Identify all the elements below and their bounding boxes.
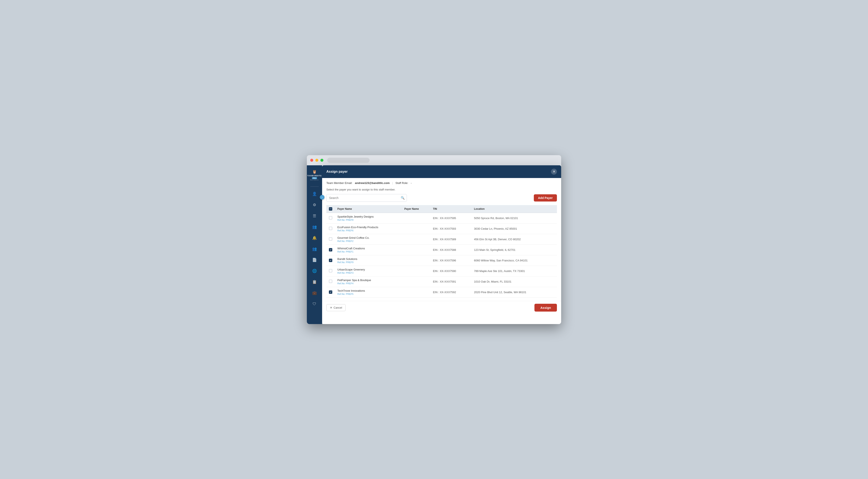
logo-owl-icon: 🦉 — [312, 170, 317, 174]
table-header-row: Payer Name Payer Name TIN Location — [327, 205, 557, 213]
payer-name-text: EcoFusion Eco-Friendly Products — [337, 226, 399, 229]
table-row: UrbanScape Greenery Ref.No: PREF3 EIN : … — [327, 266, 557, 276]
payer-name-text: UrbanScape Greenery — [337, 268, 399, 271]
table-row: EcoFusion Eco-Friendly Products Ref.No: … — [327, 223, 557, 234]
modal-header: Assign payer ✕ — [322, 165, 561, 178]
logo-sandbox-text: Sandbox — [310, 179, 319, 180]
row-checkbox-6[interactable] — [329, 280, 332, 283]
sidebar-item-document[interactable]: 📄 — [310, 255, 319, 265]
sidebar-item-people[interactable]: 👥 — [310, 222, 319, 232]
row-payer-name-col2 — [402, 234, 430, 244]
row-checkbox-2[interactable] — [329, 237, 332, 241]
row-checkbox-1[interactable] — [329, 227, 332, 230]
sidebar-item-team[interactable]: 👥 — [310, 244, 319, 253]
table-row: TechTrove Innovations Ref.No: PREF5 EIN … — [327, 287, 557, 297]
browser-close-dot[interactable] — [310, 159, 313, 162]
sidebar: 🦉 TAXBANDITS PRO Sandbox 👤 ⚙ ☰ 👥 🔔 👥 📄 🌐… — [307, 165, 322, 324]
row-payer-name: UrbanScape Greenery Ref.No: PREF3 — [335, 266, 402, 276]
row-tin: EIN : XX-XXX7595 — [430, 213, 471, 223]
select-all-checkbox[interactable] — [329, 207, 332, 211]
row-location: 3030 Cedar Ln, Phoenix, AZ 85001 — [471, 223, 557, 234]
row-checkbox-cell — [327, 255, 335, 266]
table-row: Bandit Solutions Ref.No: PREF9 EIN : XX-… — [327, 255, 557, 266]
row-payer-name: EcoFusion Eco-Friendly Products Ref.No: … — [335, 223, 402, 234]
cancel-x-icon-modal: ✕ — [330, 306, 332, 309]
row-tin: EIN : XX-XXX7591 — [430, 276, 471, 287]
email-value: andrew123@banditllc.com — [355, 181, 390, 184]
payer-ref-text: Ref.No: PREF8 — [337, 219, 399, 221]
row-payer-name-col2 — [402, 244, 430, 255]
row-location: 456 Elm St Apt 3B, Denver, CO 80202 — [471, 234, 557, 244]
modal-search-row: 🔍 Add Payer — [327, 194, 557, 202]
browser-maximize-dot[interactable] — [320, 159, 323, 162]
payer-table-body: SparkleStyle Jewelry Designs Ref.No: PRE… — [327, 213, 557, 297]
header-checkbox-col — [327, 205, 335, 213]
payer-ref-text: Ref.No: PREF5 — [337, 293, 399, 295]
row-checkbox-cell — [327, 287, 335, 297]
row-checkbox-5[interactable] — [329, 269, 332, 272]
payer-ref-text: Ref.No: PREF1 — [337, 250, 399, 253]
row-location: 2020 Pine Blvd Unit 12, Seattle, WA 9810… — [471, 287, 557, 297]
row-checkbox-cell — [327, 244, 335, 255]
table-row: PetPamper Spa & Boutique Ref.No: PREF4 E… — [327, 276, 557, 287]
row-payer-name: WhimsiCraft Creations Ref.No: PREF1 — [335, 244, 402, 255]
search-input[interactable] — [327, 194, 407, 202]
sidebar-item-user[interactable]: 👤 — [310, 189, 319, 199]
row-payer-name-col2 — [402, 223, 430, 234]
payer-table-wrapper: Payer Name Payer Name TIN Location Spark… — [327, 205, 557, 298]
header-tin-col: TIN — [430, 205, 471, 213]
row-checkbox-cell — [327, 213, 335, 223]
sidebar-item-report[interactable]: 📋 — [310, 277, 319, 286]
modal-info-bar: Team Member Email: andrew123@banditllc.c… — [327, 181, 557, 185]
sidebar-item-globe[interactable]: 🌐 — [310, 266, 319, 276]
row-payer-name: Gourmet Grind Coffee Co. Ref.No: PREF2 — [335, 234, 402, 244]
sidebar-item-shield[interactable]: 🛡 — [310, 299, 319, 309]
modal-cancel-button[interactable]: ✕ Cancel — [327, 304, 346, 311]
sidebar-item-list[interactable]: ☰ — [310, 211, 319, 220]
row-payer-name-col2 — [402, 276, 430, 287]
sidebar-toggle-button[interactable]: › — [320, 195, 324, 200]
row-tin: EIN : XX-XXX7592 — [430, 287, 471, 297]
logo-name: TAXBANDITS — [307, 175, 321, 177]
payer-ref-text: Ref.No: PREF2 — [337, 240, 399, 242]
browser-address-bar — [327, 158, 370, 163]
assign-button[interactable]: Assign — [534, 304, 557, 312]
row-checkbox-4[interactable] — [329, 259, 332, 262]
payer-ref-text: Ref.No: PREF6 — [337, 229, 399, 232]
row-tin: EIN : XX-XXX7590 — [430, 266, 471, 276]
sidebar-item-briefcase[interactable]: 💼 — [310, 288, 319, 298]
header-payer-name-col: Payer Name — [335, 205, 402, 213]
role-label: Staff Role: — [396, 181, 408, 184]
info-separator: | — [392, 181, 393, 184]
sidebar-logo: 🦉 TAXBANDITS PRO Sandbox — [308, 168, 321, 182]
search-input-wrapper: 🔍 — [327, 194, 407, 202]
row-tin: EIN : XX-XXX7589 — [430, 234, 471, 244]
assign-payer-modal: Assign payer ✕ Team Member Email: andrew… — [322, 165, 561, 324]
sidebar-item-settings[interactable]: ⚙ — [310, 200, 319, 210]
app-container: 🦉 TAXBANDITS PRO Sandbox 👤 ⚙ ☰ 👥 🔔 👥 📄 🌐… — [307, 165, 561, 324]
browser-window: 🦉 TAXBANDITS PRO Sandbox 👤 ⚙ ☰ 👥 🔔 👥 📄 🌐… — [307, 155, 561, 324]
browser-titlebar — [307, 155, 561, 165]
sidebar-divider-1 — [310, 186, 319, 187]
browser-minimize-dot[interactable] — [315, 159, 318, 162]
add-payer-button[interactable]: Add Payer — [534, 194, 557, 202]
sidebar-item-bell[interactable]: 🔔 — [310, 233, 319, 243]
role-value: - — [411, 181, 411, 184]
modal-close-button[interactable]: ✕ — [551, 169, 557, 175]
email-label: Team Member Email: — [327, 181, 352, 184]
row-checkbox-3[interactable] — [329, 248, 332, 251]
modal-body: Team Member Email: andrew123@banditllc.c… — [322, 178, 561, 301]
modal-cancel-label: Cancel — [334, 306, 342, 309]
payer-name-text: TechTrove Innovations — [337, 289, 399, 292]
row-location: 789 Maple Ave Ste 101, Austin, TX 73301 — [471, 266, 557, 276]
row-checkbox-cell — [327, 223, 335, 234]
row-checkbox-0[interactable] — [329, 216, 332, 219]
logo-pro-badge: PRO — [312, 177, 317, 179]
row-location: 6060 Willow Way, San Francisco, CA 94101 — [471, 255, 557, 266]
row-location: 5050 Spruce Rd, Boston, MA 02101 — [471, 213, 557, 223]
payer-name-text: Gourmet Grind Coffee Co. — [337, 236, 399, 239]
row-payer-name: SparkleStyle Jewelry Designs Ref.No: PRE… — [335, 213, 402, 223]
row-checkbox-cell — [327, 276, 335, 287]
modal-footer: ✕ Cancel Assign — [322, 301, 561, 314]
row-checkbox-7[interactable] — [329, 290, 332, 294]
